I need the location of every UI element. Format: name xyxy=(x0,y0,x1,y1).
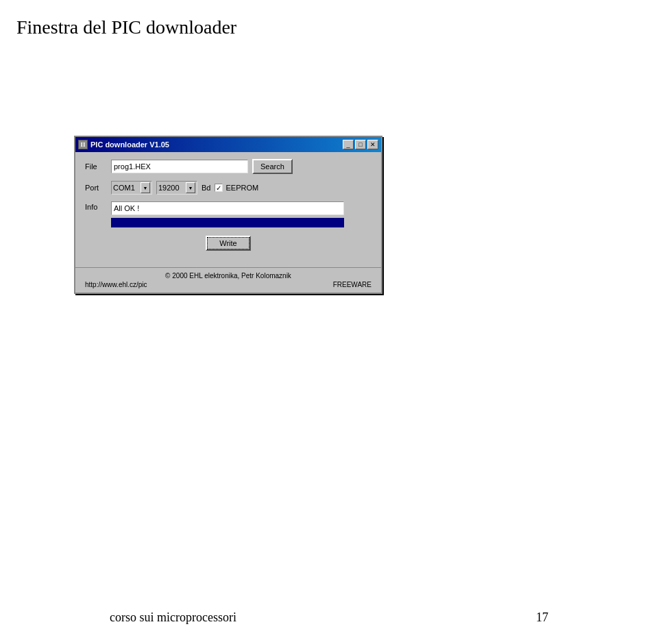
title-bar-text: PIC downloader V1.05 xyxy=(90,140,340,149)
close-button[interactable]: ✕ xyxy=(367,140,378,149)
footer-page-number: 17 xyxy=(536,610,548,625)
port-row: Port COM1 ▼ 19200 ▼ Bd ✓ EEPROM xyxy=(85,181,371,195)
eeprom-checkbox-area: ✓ EEPROM xyxy=(215,184,258,192)
info-label: Info xyxy=(85,203,107,211)
file-row: File Search xyxy=(85,159,371,174)
write-btn-row: Write xyxy=(85,236,371,251)
footer-url: http://www.ehl.cz/pic xyxy=(85,281,147,288)
port-select[interactable]: COM1 ▼ xyxy=(111,181,152,195)
footer-freeware: FREEWARE xyxy=(333,281,371,288)
title-bar-icon: II xyxy=(78,140,88,149)
file-input[interactable] xyxy=(111,160,248,173)
info-text-box: All OK ! xyxy=(111,201,344,215)
footer-copyright: © 2000 EHL elektronika, Petr Kolomaznik xyxy=(85,272,371,280)
baud-value: 19200 xyxy=(158,184,184,192)
eeprom-label: EEPROM xyxy=(226,184,258,192)
dialog-footer: © 2000 EHL elektronika, Petr Kolomaznik … xyxy=(75,267,381,293)
pic-downloader-dialog: II PIC downloader V1.05 _ □ ✕ File Searc… xyxy=(74,136,382,294)
info-section: Info All OK ! xyxy=(85,201,371,227)
progress-bar xyxy=(111,218,344,227)
file-label: File xyxy=(85,162,107,171)
minimize-button[interactable]: _ xyxy=(343,140,354,149)
bd-label: Bd xyxy=(202,184,210,192)
dialog-body: File Search Port COM1 ▼ 19200 ▼ Bd ✓ EEP… xyxy=(75,152,381,267)
info-right: All OK ! xyxy=(111,201,371,227)
port-value: COM1 xyxy=(113,184,139,192)
page-footer: corso sui microprocessori 17 xyxy=(0,610,658,625)
port-label: Port xyxy=(85,184,107,192)
baud-arrow-icon: ▼ xyxy=(186,182,195,193)
footer-line2: http://www.ehl.cz/pic FREEWARE xyxy=(85,281,371,288)
footer-course: corso sui microprocessori xyxy=(110,610,236,625)
maximize-button[interactable]: □ xyxy=(355,140,366,149)
eeprom-checkbox[interactable]: ✓ xyxy=(215,184,223,192)
title-bar: II PIC downloader V1.05 _ □ ✕ xyxy=(75,137,381,152)
page-title: Finestra del PIC downloader xyxy=(16,16,236,38)
write-button[interactable]: Write xyxy=(206,236,250,251)
title-bar-buttons: _ □ ✕ xyxy=(343,140,378,149)
search-button[interactable]: Search xyxy=(252,159,293,174)
baud-select[interactable]: 19200 ▼ xyxy=(156,181,197,195)
port-arrow-icon: ▼ xyxy=(141,182,150,193)
